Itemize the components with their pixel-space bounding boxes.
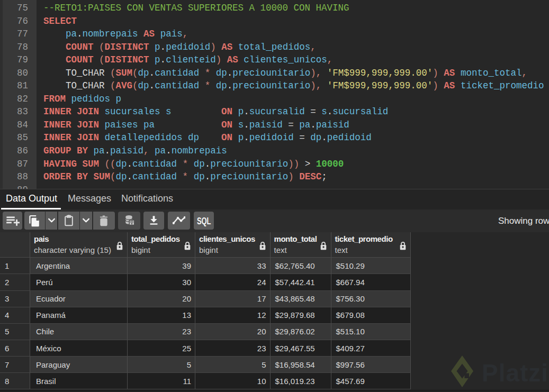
svg-text:SQL: SQL: [197, 215, 211, 226]
svg-text:Platzi: Platzi: [482, 359, 548, 387]
